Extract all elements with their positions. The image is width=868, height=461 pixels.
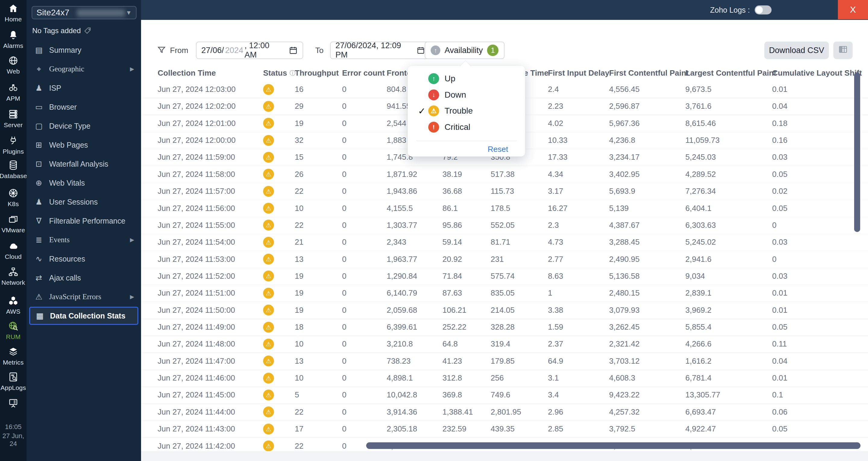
- calendar-icon[interactable]: [416, 46, 425, 55]
- layers-icon: ≣: [34, 235, 44, 245]
- cell-response-time: 575.74: [491, 268, 515, 285]
- cell-first-input-delay: 2.77: [548, 251, 563, 268]
- tag-icon: [84, 27, 92, 35]
- status-trouble-icon: ⚠: [263, 132, 274, 149]
- cell-error-count: 0: [342, 115, 346, 132]
- cell-cumulative-layout-shift: 0.01: [772, 302, 787, 319]
- sidebar-item-data-collection-stats[interactable]: ▦Data Collection Stats: [29, 307, 138, 325]
- dropdown-option-critical[interactable]: !Critical: [408, 121, 525, 134]
- table-row[interactable]: Jun 27, 2024 11:56:00⚠1004,155.586.1178.…: [141, 200, 868, 217]
- cell-throughput: 19: [295, 268, 304, 285]
- to-date-input[interactable]: 27/06/2024, 12:09 PM: [330, 41, 430, 59]
- dropdown-option-trouble[interactable]: ✓⚠Trouble: [408, 104, 525, 118]
- download-csv-button[interactable]: Download CSV: [764, 41, 829, 59]
- sidebar-item-geographic[interactable]: ⌖Geographic▶: [29, 60, 138, 78]
- folder-icon: ▭: [34, 102, 44, 112]
- cell-frontend-time: 1,871.92: [387, 166, 417, 183]
- table-row[interactable]: Jun 27, 2024 11:46:00⚠1004,898.1312.8256…: [141, 369, 868, 387]
- plug-icon: [8, 135, 19, 146]
- rail-item-network[interactable]: Network: [0, 266, 27, 286]
- sidebar-item-summary[interactable]: ▤Summary: [29, 41, 138, 59]
- column-header-first-contentful-paint[interactable]: First Contentful Paint: [609, 65, 689, 81]
- cell-collection-time: Jun 27, 2024 11:43:00: [158, 420, 235, 437]
- table-row[interactable]: Jun 27, 2024 11:49:00⚠1806,399.61252.223…: [141, 318, 868, 336]
- cell-error-count: 0: [342, 183, 346, 200]
- column-header-collection-time[interactable]: Collection Time: [158, 65, 216, 81]
- sidebar-item-javascript-errors[interactable]: ⚠JavaScript Errors▶: [29, 288, 138, 306]
- column-settings-button[interactable]: [833, 41, 852, 59]
- monitor-select[interactable]: Site24x7 ▼: [32, 6, 136, 19]
- rail-item-metrics[interactable]: Metrics: [0, 346, 27, 366]
- zoho-logs-label: Zoho Logs :: [710, 6, 750, 14]
- sidebar-item-web-pages[interactable]: ⊞Web Pages: [29, 136, 138, 154]
- column-header-largest-contentful-paint[interactable]: Largest Contentful Paint: [685, 65, 776, 81]
- horizontal-scrollbar[interactable]: [366, 442, 861, 449]
- tags-line[interactable]: No Tags added: [32, 27, 92, 35]
- rail-item-rum[interactable]: RUM: [0, 320, 27, 340]
- table-row[interactable]: Jun 27, 2024 11:55:00⚠2201,303.7795.8655…: [141, 217, 868, 234]
- table-row[interactable]: Jun 27, 2024 11:47:00⚠130738.2341.23179.…: [141, 352, 868, 370]
- table-row[interactable]: Jun 27, 2024 11:54:00⚠2102,34359.1481.71…: [141, 234, 868, 251]
- rail-item-home[interactable]: Home: [0, 3, 27, 23]
- status-trouble-icon: ⚠: [263, 352, 274, 370]
- close-button[interactable]: X: [838, 0, 868, 19]
- table-row[interactable]: Jun 27, 2024 11:44:00⚠2203,914.361,388.4…: [141, 403, 868, 421]
- sidebar-item-label: Resources: [49, 255, 85, 263]
- table-row[interactable]: Jun 27, 2024 11:52:00⚠1901,290.8471.8457…: [141, 268, 868, 285]
- table-row[interactable]: Jun 27, 2024 11:50:00⚠1902,059.68106.212…: [141, 302, 868, 319]
- sidebar-item-browser[interactable]: ▭Browser: [29, 98, 138, 116]
- column-header-throughput[interactable]: Throughput: [295, 65, 339, 81]
- column-header-first-input-delay[interactable]: First Input Delay: [548, 65, 610, 81]
- table-row[interactable]: Jun 27, 2024 11:53:00⚠1301,963.7720.9223…: [141, 251, 868, 268]
- zoho-logs-toggle[interactable]: [755, 5, 772, 14]
- topbar: Zoho Logs : X: [141, 0, 868, 20]
- column-header-status[interactable]: Status ⓘ: [263, 65, 296, 81]
- reset-link[interactable]: Reset: [488, 145, 508, 154]
- rail-item-k8s[interactable]: K8s: [0, 188, 27, 208]
- sidebar-item-resources[interactable]: ∿Resources: [29, 250, 138, 268]
- rail-item-apm[interactable]: APM: [0, 82, 27, 102]
- cell-cumulative-layout-shift: 0.06: [772, 403, 787, 421]
- table-row[interactable]: Jun 27, 2024 11:45:00⚠5010,042.8369.8749…: [141, 386, 868, 404]
- dropdown-option-down[interactable]: ↓Down: [408, 88, 525, 101]
- from-date-input[interactable]: 27/06/2024, 12:00 AM: [196, 41, 303, 59]
- calendar-icon[interactable]: [289, 46, 298, 55]
- table-row[interactable]: Jun 27, 2024 11:51:00⚠1906,140.7987.6383…: [141, 284, 868, 302]
- availability-dropdown: Reset ↑Up↓Down✓⚠Trouble!Critical: [407, 65, 525, 157]
- rail-item-plugins[interactable]: Plugins: [0, 135, 27, 155]
- availability-filter-chip[interactable]: ↑ Availability 1: [425, 41, 504, 59]
- sidebar-item-web-vitals[interactable]: ⊕Web Vitals: [29, 174, 138, 192]
- rail-item-server[interactable]: Server: [0, 109, 27, 129]
- user-icon: ♟: [34, 197, 44, 207]
- status-trouble-icon: ⚠: [263, 149, 274, 166]
- table-row[interactable]: Jun 27, 2024 11:48:00⚠1003,210.864.8319.…: [141, 335, 868, 353]
- sidebar-item-isp[interactable]: ♟ISP: [29, 79, 138, 97]
- sidebar-item-device-type[interactable]: ▢Device Type: [29, 117, 138, 135]
- dropdown-option-up[interactable]: ↑Up: [408, 72, 525, 85]
- column-header-cumulative-layout-shift[interactable]: Cumulative Layout Shift: [772, 65, 862, 81]
- cell-error-count: 0: [342, 166, 346, 183]
- sidebar-item-events[interactable]: ≣Events▶: [29, 231, 138, 249]
- sidebar-item-filterable-performance[interactable]: ∇Filterable Performance: [29, 212, 138, 230]
- vertical-scrollbar[interactable]: [854, 72, 860, 232]
- rail-item-applogs[interactable]: AppLogs: [0, 371, 27, 391]
- rail-item-presentation[interactable]: [0, 398, 27, 408]
- cell-error-count: 0: [342, 302, 346, 319]
- sidebar-item-user-sessions[interactable]: ♟User Sessions: [29, 193, 138, 211]
- rail-item-database[interactable]: Database: [0, 160, 27, 180]
- table-row[interactable]: Jun 27, 2024 11:43:00⚠1702,305.18232.594…: [141, 420, 868, 438]
- sidebar-item-waterfall-analysis[interactable]: ⊡Waterfall Analysis: [29, 155, 138, 173]
- rail-item-vmware[interactable]: VMware: [0, 214, 27, 234]
- rail-item-alarms[interactable]: Alarms: [0, 30, 27, 50]
- from-label: From: [170, 41, 188, 59]
- rail-item-cloud[interactable]: Cloud: [0, 241, 27, 260]
- table-row[interactable]: Jun 27, 2024 11:58:00⚠2601,871.9238.1951…: [141, 166, 868, 183]
- status-trouble-icon: ⚠: [263, 217, 274, 234]
- column-header-error-count[interactable]: Error count: [342, 65, 385, 81]
- table-row[interactable]: Jun 27, 2024 11:57:00⚠2201,943.8636.6811…: [141, 183, 868, 200]
- sidebar-item-ajax-calls[interactable]: ⇄Ajax calls: [29, 269, 138, 287]
- rail-item-aws[interactable]: AWS: [0, 295, 27, 315]
- cell-hidden: 369.8: [442, 386, 462, 403]
- rail-item-web[interactable]: Web: [0, 55, 27, 75]
- cell-largest-contentful-paint: 6,404.1: [685, 200, 712, 217]
